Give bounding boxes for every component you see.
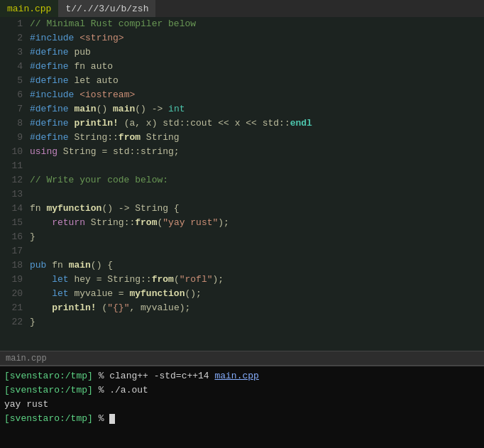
code-line-16: 16 } [0, 230, 484, 244]
tab-bar: main.cpp t//.//3/u/b/zsh [0, 0, 484, 17]
code-line-2: 2 #include <string> [0, 31, 484, 45]
code-line-21: 21 println! ("{}", myvalue); [0, 301, 484, 315]
code-line-1: 1 // Minimal Rust compiler below [0, 17, 484, 31]
editor-area: 1 // Minimal Rust compiler below 2 #incl… [0, 17, 484, 351]
code-line-9: 9 #define String::from String [0, 131, 484, 145]
terminal-line-4: [svenstaro:/tmp] % [4, 412, 480, 426]
code-line-10: 10 using String = std::string; [0, 145, 484, 159]
terminal-line-1: [svenstaro:/tmp] % clang++ -std=c++14 ma… [4, 369, 480, 383]
editor-status-bar: main.cpp [0, 351, 484, 365]
tab-main-cpp[interactable]: main.cpp [0, 0, 58, 17]
code-line-20: 20 let myvalue = myfunction(); [0, 287, 484, 301]
terminal-cursor [109, 414, 115, 424]
code-line-6: 6 #include <iostream> [0, 88, 484, 102]
code-line-11: 11 [0, 159, 484, 173]
tab-main-cpp-label: main.cpp [7, 4, 51, 14]
code-line-13: 13 [0, 187, 484, 202]
code-line-15: 15 return String::from("yay rust"); [0, 216, 484, 230]
code-line-22: 22 } [0, 315, 484, 329]
editor-filename: main.cpp [6, 354, 47, 364]
tab-zsh-label: t//.//3/u/b/zsh [65, 4, 148, 14]
code-line-5: 5 #define let auto [0, 74, 484, 88]
code-line-8: 8 #define println! (a, x) std::cout << x… [0, 116, 484, 131]
terminal-line-3: yay rust [4, 398, 480, 412]
code-line-3: 3 #define pub [0, 45, 484, 60]
terminal-area[interactable]: [svenstaro:/tmp] % clang++ -std=c++14 ma… [0, 365, 484, 448]
code-line-4: 4 #define fn auto [0, 60, 484, 74]
code-line-7: 7 #define main() main() -> int [0, 102, 484, 116]
tab-zsh[interactable]: t//.//3/u/b/zsh [58, 0, 155, 17]
code-line-12: 12 // Write your code below: [0, 173, 484, 187]
terminal-line-2: [svenstaro:/tmp] % ./a.out [4, 383, 480, 398]
code-line-19: 19 let hey = String::from("rofl"); [0, 273, 484, 287]
code-line-17: 17 [0, 244, 484, 258]
code-line-14: 14 fn myfunction() -> String { [0, 202, 484, 216]
code-line-18: 18 pub fn main() { [0, 258, 484, 273]
